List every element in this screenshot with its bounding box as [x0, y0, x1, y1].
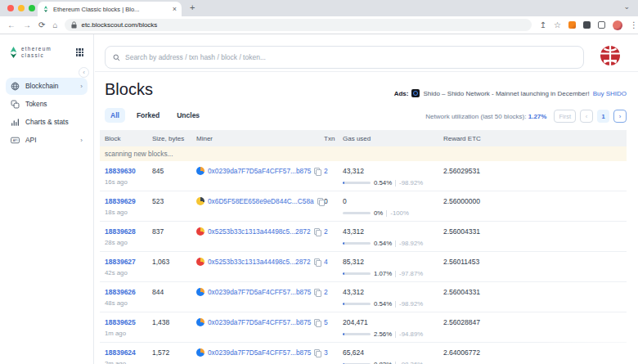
- miner-address-link[interactable]: 0x0239da7F7D5aF4CFF57...b875: [208, 167, 311, 175]
- browser-tab[interactable]: Ethereum Classic blocks | Blo... ×: [38, 2, 182, 16]
- gas-used-bar: [343, 272, 371, 275]
- copy-icon[interactable]: [314, 168, 320, 174]
- gas-used-value: 43,312: [343, 167, 443, 175]
- txn-count[interactable]: 2: [324, 167, 328, 175]
- network-utilization: Network utilization (last 50 blocks): 1.…: [425, 113, 546, 120]
- block-size: 1,572: [152, 348, 196, 364]
- blocks-table: BlockSize, bytesMinerTxnGas usedReward E…: [100, 130, 627, 364]
- tab-title: Ethereum Classic blocks | Blo...: [53, 6, 168, 13]
- sidebar-item-charts-stats[interactable]: Charts & stats: [6, 114, 88, 131]
- block-reward: 2.56028847: [443, 318, 627, 342]
- shido-ad-icon: [411, 89, 420, 97]
- page-title: Blocks: [105, 80, 153, 99]
- window-close-button[interactable]: [7, 5, 14, 11]
- sidebar-item-api[interactable]: APIAPI›: [6, 132, 88, 149]
- gas-used-percent: 0.54%: [374, 179, 392, 186]
- tokens-icon: [11, 100, 20, 109]
- block-link[interactable]: 18839629: [105, 197, 152, 205]
- sidebar-item-blockchain[interactable]: Blockchain›: [6, 78, 88, 95]
- pagination-prev-button[interactable]: ‹: [580, 110, 593, 123]
- block-reward: 2.56000000: [443, 197, 627, 221]
- block-link[interactable]: 18839626: [105, 288, 152, 296]
- txn-count[interactable]: 3: [324, 348, 328, 357]
- tab-all[interactable]: All: [105, 108, 125, 123]
- block-size: 837: [152, 227, 196, 251]
- home-icon[interactable]: ⌂: [52, 20, 57, 29]
- pagination-first-button[interactable]: First: [554, 110, 576, 123]
- copy-icon[interactable]: [314, 258, 320, 265]
- gas-used-value: 204,471: [343, 318, 443, 326]
- etc-favicon: [43, 6, 49, 12]
- window-zoom-button[interactable]: [29, 5, 35, 11]
- share-icon[interactable]: ↥: [540, 20, 546, 29]
- chart-icon: [11, 118, 20, 127]
- bookmark-star-icon[interactable]: ☆: [554, 20, 561, 29]
- block-reward: 2.56011453: [443, 258, 627, 281]
- block-link[interactable]: 18839630: [105, 167, 152, 175]
- browser-tabstrip: Ethereum Classic blocks | Blo... × + ⌄: [0, 0, 638, 16]
- miner-address-link[interactable]: 0x0239da7F7D5aF4CFF57...b875: [208, 348, 311, 357]
- search-icon: [113, 54, 120, 61]
- apps-grid-icon[interactable]: [76, 48, 83, 56]
- txn-count[interactable]: 4: [324, 258, 328, 266]
- lock-icon: [71, 21, 77, 29]
- block-size: 523: [152, 197, 196, 221]
- copy-icon[interactable]: [314, 319, 320, 326]
- tab-uncles[interactable]: Uncles: [171, 108, 205, 123]
- gas-used-percent: 0%: [374, 209, 383, 217]
- network-globe-icon[interactable]: [600, 45, 621, 66]
- miner-address-link[interactable]: 0x5253b33c1313a44498c5...2872: [208, 258, 311, 266]
- new-tab-button[interactable]: +: [190, 2, 195, 12]
- miner-address-link[interactable]: 0x5253b33c1313a44498c5...2872: [208, 227, 311, 236]
- txn-count[interactable]: 5: [324, 318, 328, 326]
- metamask-extension-icon[interactable]: [568, 21, 576, 29]
- copy-icon[interactable]: [317, 198, 323, 204]
- block-link[interactable]: 18839628: [105, 227, 152, 236]
- tab-forked[interactable]: Forked: [131, 108, 165, 123]
- table-body: 1883963016s ago8450x0239da7F7D5aF4CFF57.…: [100, 161, 627, 364]
- pagination-next-button[interactable]: ›: [613, 110, 627, 123]
- gas-used-value: 0: [343, 197, 443, 205]
- miner-address-link[interactable]: 0x6D5F58EE658e9eD844C...C58a: [208, 197, 314, 205]
- gas-target-delta: -98.92%: [399, 240, 423, 247]
- block-row: 188396242m ago1,5720x0239da7F7D5aF4CFF57…: [100, 343, 627, 364]
- gas-used-value: 85,312: [343, 258, 443, 266]
- sidebar-collapse-button[interactable]: ‹: [79, 67, 89, 78]
- forward-icon[interactable]: →: [23, 20, 31, 29]
- chevron-down-icon[interactable]: ⌄: [623, 2, 630, 11]
- window-minimize-button[interactable]: [18, 5, 25, 11]
- address-bar[interactable]: etc.blockscout.com/blocks: [65, 19, 531, 31]
- buy-shido-link[interactable]: Buy SHIDO: [593, 90, 627, 97]
- copy-icon[interactable]: [314, 349, 320, 356]
- browser-profile-avatar[interactable]: [613, 20, 622, 30]
- block-link[interactable]: 18839624: [105, 348, 152, 357]
- search-input[interactable]: Search by address / txn hash / block / t…: [105, 46, 584, 69]
- search-placeholder: Search by address / txn hash / block / t…: [125, 53, 266, 61]
- block-row: 1883962742s ago1,0630x5253b33c1313a44498…: [100, 252, 627, 282]
- sidebar: ethereum classic ‹ Blockchain›TokensChar…: [0, 34, 94, 364]
- miner-address-link[interactable]: 0x0239da7F7D5aF4CFF57...b875: [208, 288, 311, 296]
- block-age: 16s ago: [105, 178, 152, 186]
- miner-address-link[interactable]: 0x0239da7F7D5aF4CFF57...b875: [208, 318, 311, 326]
- blocks-tabs: AllForkedUncles: [105, 108, 205, 123]
- txn-count[interactable]: 2: [324, 288, 328, 296]
- block-link[interactable]: 18839627: [105, 258, 152, 266]
- block-row: 1883962828s ago8370x5253b33c1313a44498c5…: [100, 222, 627, 252]
- extensions-puzzle-icon[interactable]: [583, 21, 591, 29]
- browser-menu-icon[interactable]: ⋮: [630, 20, 638, 29]
- back-icon[interactable]: ←: [7, 20, 16, 29]
- sidebar-item-tokens[interactable]: Tokens: [6, 96, 88, 113]
- copy-icon[interactable]: [314, 289, 320, 295]
- window-controls[interactable]: [7, 5, 35, 11]
- gas-target-delta: -98.36%: [399, 361, 423, 364]
- miner-avatar: [196, 348, 204, 357]
- refresh-icon[interactable]: ⟳: [38, 20, 45, 29]
- txn-count[interactable]: 2: [324, 227, 328, 236]
- copy-icon[interactable]: [314, 228, 320, 235]
- sidebar-nav: Blockchain›TokensCharts & statsAPIAPI›: [0, 78, 93, 149]
- ethereum-classic-logo[interactable]: ethereum classic: [10, 46, 52, 59]
- tab-close-icon[interactable]: ×: [173, 6, 177, 13]
- side-panel-icon[interactable]: [598, 21, 605, 29]
- block-link[interactable]: 18839625: [105, 318, 152, 326]
- block-age: 18s ago: [105, 209, 152, 216]
